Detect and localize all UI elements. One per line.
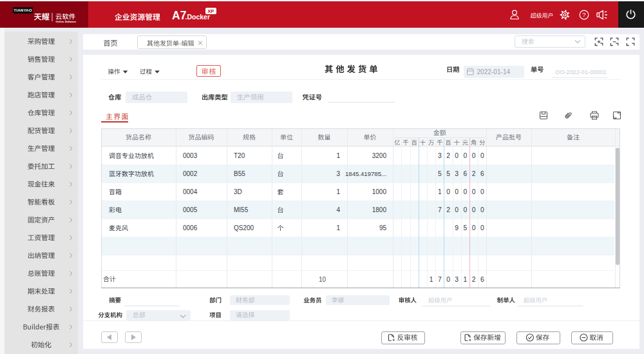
svg-text:0: 0 xyxy=(472,224,476,231)
svg-text:B55: B55 xyxy=(234,170,245,177)
svg-text:0006: 0006 xyxy=(183,224,198,231)
svg-text:0: 0 xyxy=(472,206,476,213)
svg-text:XP: XP xyxy=(207,8,214,14)
svg-text:1: 1 xyxy=(430,276,433,283)
svg-text:3: 3 xyxy=(438,152,442,159)
svg-text:1800: 1800 xyxy=(372,206,387,213)
svg-text:6: 6 xyxy=(480,170,484,177)
svg-text:0: 0 xyxy=(464,188,468,195)
svg-text:3200: 3200 xyxy=(372,152,387,159)
svg-text:5: 5 xyxy=(446,170,450,177)
svg-text:0: 0 xyxy=(464,206,468,213)
svg-text:0: 0 xyxy=(464,152,468,159)
svg-text:1: 1 xyxy=(336,188,340,195)
svg-text:6: 6 xyxy=(480,276,484,283)
svg-text:3: 3 xyxy=(336,170,340,177)
svg-text:3: 3 xyxy=(455,276,459,283)
svg-text:2: 2 xyxy=(446,206,450,213)
svg-text:7: 7 xyxy=(438,276,442,283)
svg-text:2: 2 xyxy=(446,152,450,159)
svg-text:0: 0 xyxy=(472,152,476,159)
svg-text:MI55: MI55 xyxy=(234,206,249,213)
svg-text:0: 0 xyxy=(446,188,450,195)
svg-text:0: 0 xyxy=(480,224,484,231)
svg-text:1: 1 xyxy=(438,188,442,195)
svg-text:OO-2022-01-00001: OO-2022-01-00001 xyxy=(555,69,607,75)
svg-text:2: 2 xyxy=(472,170,476,177)
svg-text:QS200: QS200 xyxy=(234,224,254,231)
svg-text:0: 0 xyxy=(480,152,484,159)
svg-text:0005: 0005 xyxy=(183,206,198,213)
svg-text:Online Software: Online Software xyxy=(56,20,77,23)
svg-text:0: 0 xyxy=(455,206,459,213)
svg-text:3D: 3D xyxy=(234,188,242,195)
svg-text:0: 0 xyxy=(455,152,459,159)
svg-text:0: 0 xyxy=(446,276,450,283)
svg-text:0: 0 xyxy=(472,188,476,195)
svg-text:1: 1 xyxy=(336,152,340,159)
svg-text:1: 1 xyxy=(336,224,340,231)
svg-text:1000: 1000 xyxy=(372,188,387,195)
svg-text:5: 5 xyxy=(464,224,468,231)
svg-text:0003: 0003 xyxy=(183,152,198,159)
svg-text:0: 0 xyxy=(480,188,484,195)
svg-text:1: 1 xyxy=(464,276,468,283)
svg-text:A7: A7 xyxy=(172,9,186,22)
svg-text:95: 95 xyxy=(379,224,387,231)
svg-text:6: 6 xyxy=(464,170,468,177)
svg-text:3: 3 xyxy=(455,170,459,177)
svg-text:10: 10 xyxy=(319,276,327,283)
svg-text:5: 5 xyxy=(438,170,442,177)
svg-text:2: 2 xyxy=(472,276,476,283)
svg-text:2022-01-14: 2022-01-14 xyxy=(477,68,511,75)
svg-text:T20: T20 xyxy=(234,152,245,159)
svg-text:1845.419785...: 1845.419785... xyxy=(345,170,386,177)
svg-text:0002: 0002 xyxy=(183,170,198,177)
svg-text:?: ? xyxy=(582,11,585,18)
svg-text:4: 4 xyxy=(336,206,340,213)
svg-text:0004: 0004 xyxy=(183,188,198,195)
svg-text:0: 0 xyxy=(455,188,459,195)
svg-text:TIANYAO: TIANYAO xyxy=(14,8,32,12)
svg-text:7: 7 xyxy=(438,206,442,213)
svg-text:.Docker: .Docker xyxy=(185,13,211,21)
svg-text:9: 9 xyxy=(455,224,459,231)
svg-text:0: 0 xyxy=(480,206,484,213)
